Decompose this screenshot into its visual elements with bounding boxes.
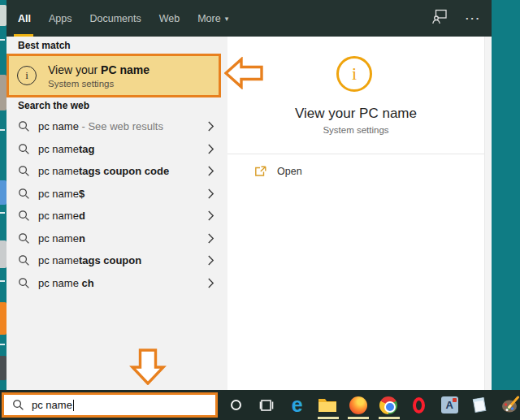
best-match-subtitle: System settings: [48, 79, 150, 89]
web-suggestion-item[interactable]: pc nametags coupon: [6, 249, 228, 272]
chevron-right-icon[interactable]: [207, 254, 214, 266]
chevron-right-icon[interactable]: [207, 232, 214, 245]
desktop: AllAppsDocumentsWebMore▾ ··· Best match …: [0, 0, 520, 420]
preview-title: View your PC name: [228, 106, 484, 122]
taskbar-icon-opera[interactable]: [404, 390, 435, 420]
desktop-label-fragment: [0, 39, 5, 41]
desktop-icon-fragment: [0, 302, 6, 335]
web-suggestion-item[interactable]: pc name - See web results: [6, 115, 228, 138]
web-suggestion-item[interactable]: pc nametags coupon code: [6, 160, 228, 183]
annotation-arrow-left: [224, 57, 263, 93]
suggestion-text: pc name - See web results: [38, 120, 163, 132]
info-icon: i: [17, 66, 37, 85]
taskbar-icon-edge[interactable]: e: [282, 390, 313, 420]
tabs: AllAppsDocumentsWebMore▾: [18, 0, 228, 37]
desktop-label-fragment: [0, 129, 5, 131]
chevron-right-icon[interactable]: [207, 120, 214, 132]
annotation-arrow-down: [129, 349, 167, 388]
chevron-right-icon[interactable]: [207, 165, 214, 177]
running-app-indicator: [379, 417, 400, 419]
web-suggestion-item[interactable]: pc named: [6, 205, 228, 227]
best-match-title: View your PC name: [48, 63, 150, 76]
tab-documents[interactable]: Documents: [89, 0, 141, 37]
taskbar-icon-task-view[interactable]: [252, 390, 283, 420]
taskbar-icon-firefox[interactable]: [343, 390, 374, 420]
tab-all[interactable]: All: [18, 0, 31, 37]
taskbar-icon-text-app[interactable]: A: [435, 390, 466, 420]
search-icon: [18, 120, 30, 132]
best-match-label: Best match: [18, 40, 71, 51]
open-icon: [254, 166, 266, 177]
suggestion-text: pc name ch: [38, 277, 94, 289]
running-app-indicator: [318, 417, 339, 419]
chevron-down-icon: ▾: [225, 15, 229, 23]
web-suggestion-item[interactable]: pc name$: [6, 183, 228, 206]
search-icon: [12, 399, 24, 411]
preview-subtitle: System settings: [228, 125, 484, 135]
tab-apps[interactable]: Apps: [49, 0, 72, 37]
feedback-icon[interactable]: [431, 9, 448, 28]
desktop-label-fragment: [0, 344, 5, 345]
desktop-icon-fragment: [0, 5, 6, 26]
search-flyout: AllAppsDocumentsWebMore▾ ··· Best match …: [6, 0, 492, 390]
suggestion-text: pc nametag: [38, 143, 94, 155]
tab-more[interactable]: More▾: [197, 0, 228, 37]
search-icon: [18, 210, 30, 222]
desktop-icon-fragment: [0, 356, 6, 380]
info-icon-large: i: [336, 56, 372, 92]
scrollbar-track[interactable]: [484, 37, 492, 390]
web-suggestion-item[interactable]: pc nametag: [6, 138, 228, 161]
chevron-right-icon[interactable]: [207, 143, 214, 155]
suggestion-text: pc nametags coupon code: [38, 165, 169, 177]
web-suggestion-item[interactable]: pc name ch: [6, 272, 228, 295]
open-action[interactable]: Open: [228, 162, 484, 181]
search-icon: [18, 188, 30, 200]
chevron-right-icon[interactable]: [207, 210, 214, 222]
web-suggestion-item[interactable]: pc namen: [6, 227, 228, 250]
desktop-label-fragment: [0, 212, 5, 214]
search-the-web-label: Search the web: [18, 100, 89, 111]
divider: [228, 154, 484, 154]
chevron-right-icon[interactable]: [207, 188, 214, 200]
running-app-indicator: [348, 417, 369, 419]
chevron-right-icon[interactable]: [207, 277, 214, 289]
taskbar-search-input[interactable]: pc name: [2, 392, 218, 418]
suggestion-text: pc namen: [38, 232, 85, 245]
taskbar-icon-file-explorer[interactable]: [313, 390, 344, 420]
desktop-icon-fragment: [0, 180, 6, 205]
more-options-icon[interactable]: ···: [466, 0, 481, 37]
text-cursor: [73, 400, 74, 411]
tab-web[interactable]: Web: [159, 0, 180, 37]
suggestion-text: pc nametags coupon: [38, 254, 141, 266]
suggestion-text: pc named: [38, 210, 85, 222]
search-icon: [18, 232, 30, 245]
taskbar-icon-cortana[interactable]: [221, 390, 252, 420]
web-suggestions: pc name - See web resultspc nametagpc na…: [6, 115, 228, 294]
search-icon: [18, 277, 30, 289]
search-icon: [18, 165, 30, 177]
desktop-icon-fragment: [0, 75, 6, 110]
search-icon: [18, 254, 30, 266]
taskbar-icons: eA: [221, 390, 520, 420]
best-match-result[interactable]: i View your PC name System settings: [6, 54, 221, 97]
desktop-icon-fragment: [0, 240, 6, 268]
desktop-label-fragment: [0, 280, 5, 282]
taskbar-icon-chrome[interactable]: [374, 390, 405, 420]
open-label: Open: [277, 166, 302, 177]
taskbar-icon-paint[interactable]: [496, 390, 520, 420]
search-icon: [18, 143, 30, 155]
search-query-text: pc name: [32, 399, 72, 411]
suggestion-text: pc name$: [38, 188, 84, 200]
taskbar-icon-notepad[interactable]: [465, 390, 496, 420]
search-header: AllAppsDocumentsWebMore▾ ···: [6, 0, 492, 37]
